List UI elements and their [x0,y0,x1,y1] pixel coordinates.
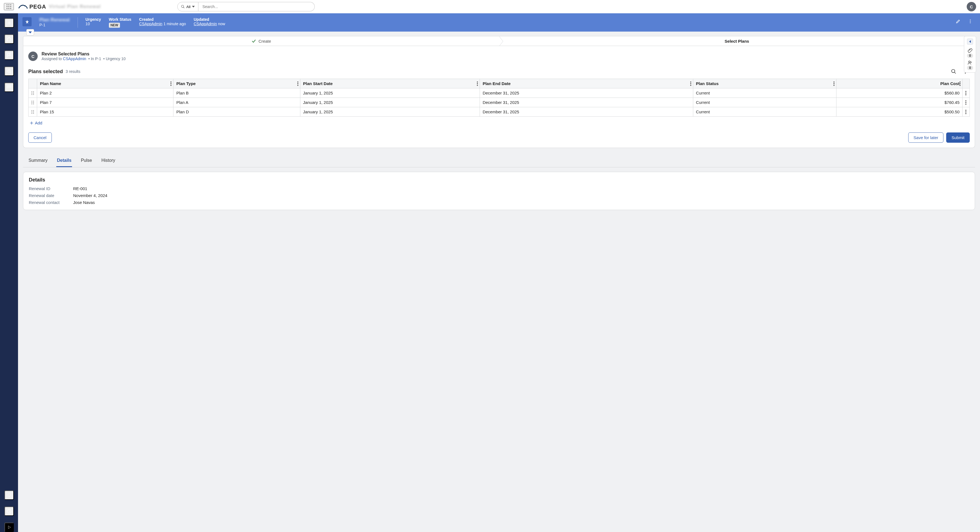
col-name-menu-icon[interactable] [170,81,172,86]
home-icon[interactable] [5,34,14,44]
tab-history[interactable]: History [101,154,116,167]
table-row: Plan 2Plan BJanuary 1, 2025December 31, … [29,88,970,98]
cell-name: Plan 2 [37,88,173,98]
svg-point-76 [965,113,966,114]
cell-start: January 1, 2025 [300,98,480,107]
grid-icon[interactable] [5,83,14,92]
svg-point-5 [10,6,11,7]
notifications-icon[interactable] [5,491,14,500]
col-status-menu-icon[interactable] [834,81,835,86]
flag-icon[interactable] [5,51,14,60]
col-cost[interactable]: Plan Cost [837,79,963,88]
followers-icon [967,60,972,65]
row-menu-icon[interactable] [963,98,970,107]
save-for-later-button[interactable]: Save for later [908,132,943,143]
edit-case-button[interactable] [954,17,962,25]
case-id: P-1 [39,23,70,27]
plans-table: Plan Name Plan Type Plan Start Date Plan… [28,79,970,117]
collapse-header-button[interactable] [26,29,34,35]
tab-details[interactable]: Details [56,154,72,167]
svg-point-32 [170,81,172,83]
pega-logo: PEGA Virtual Plan Renewal [18,3,101,10]
cell-type: Plan B [173,88,300,98]
recents-icon[interactable] [5,507,14,516]
cell-end: December 31, 2025 [480,107,693,117]
search-scope-label: All [186,5,191,9]
svg-point-50 [32,91,32,92]
tab-summary[interactable]: Summary [28,154,48,167]
preview-icon[interactable] [5,522,14,532]
renewal-id-value: RE-001 [73,186,969,191]
drag-handle-icon[interactable] [29,107,37,117]
submit-button[interactable]: Submit [946,132,970,143]
svg-point-2 [10,5,11,5]
add-plan-button[interactable]: Add [28,117,970,126]
svg-point-72 [32,113,32,114]
case-actions-menu-icon[interactable] [966,17,974,25]
drag-handle-icon[interactable] [29,88,37,98]
user-avatar[interactable]: C [967,2,976,11]
explore-icon[interactable] [5,67,14,76]
utility-followers[interactable]: 0 [967,60,974,70]
col-status[interactable]: Plan Status [693,79,837,88]
svg-point-31 [965,73,966,73]
drag-handle-icon[interactable] [29,98,37,107]
row-menu-icon[interactable] [963,107,970,117]
renewal-date-value: November 4, 2024 [73,193,969,198]
assignment-title: Review Selected Plans [41,51,126,57]
plans-count: 3 results [66,69,80,74]
svg-line-15 [10,72,11,73]
col-type-menu-icon[interactable] [297,81,298,86]
tab-pulse[interactable]: Pulse [80,154,92,167]
col-name[interactable]: Plan Name [37,79,173,88]
utility-collapse-button[interactable] [967,38,973,45]
search-input[interactable] [198,2,315,11]
cell-name: Plan 7 [37,98,173,107]
plus-icon [29,121,34,125]
svg-point-58 [965,94,966,95]
cell-cost: $760.45 [837,98,963,107]
stage-select-plans[interactable]: Select Plans [499,36,975,46]
created-user-link[interactable]: CSAppAdmin [139,22,162,26]
cell-name: Plan 15 [37,107,173,117]
svg-point-53 [33,92,34,93]
svg-rect-18 [10,85,11,86]
stage-create-label: Create [259,39,271,43]
svg-point-8 [10,8,11,9]
svg-line-11 [183,7,184,8]
details-card: Details Renewal ID RE-001 Renewal date N… [23,172,975,210]
case-title-blurred: Plan Renewal [39,17,70,23]
col-type[interactable]: Plan Type [173,79,300,88]
svg-point-33 [170,83,172,84]
search-scope-dropdown[interactable]: All [177,2,199,11]
svg-line-28 [955,72,956,74]
created-ago: 1 minute ago [164,22,186,26]
left-sidebar [0,13,18,532]
cell-cost: $560.80 [837,88,963,98]
col-start-menu-icon[interactable] [477,81,478,86]
utility-attachments[interactable]: 0 [967,48,974,58]
updated-user-link[interactable]: CSAppAdmin [194,22,217,26]
renewal-id-label: Renewal ID [29,186,73,191]
col-start[interactable]: Plan Start Date [300,79,480,88]
stage-create[interactable]: Create [23,36,499,46]
plans-search-icon[interactable] [949,67,958,76]
svg-point-57 [965,92,966,94]
svg-point-51 [33,91,34,92]
work-status-label: Work Status [109,17,131,22]
app-switcher-icon[interactable] [4,3,14,10]
svg-point-47 [959,81,961,83]
cancel-button[interactable]: Cancel [28,132,52,143]
case-type-icon [22,17,32,26]
col-cost-menu-icon[interactable] [959,81,961,86]
main-content: Plan Renewal P-1 Urgency 10 Work Status … [18,13,980,532]
table-row: Plan 7Plan AJanuary 1, 2025December 31, … [29,98,970,107]
row-menu-icon[interactable] [963,88,970,98]
col-end[interactable]: Plan End Date [480,79,693,88]
cell-start: January 1, 2025 [300,107,480,117]
col-end-menu-icon[interactable] [690,81,691,86]
updated-ago: now [218,22,225,26]
svg-point-71 [33,111,34,112]
create-icon[interactable] [5,18,14,28]
assigned-to-user-link[interactable]: CSAppAdmin [63,57,86,61]
